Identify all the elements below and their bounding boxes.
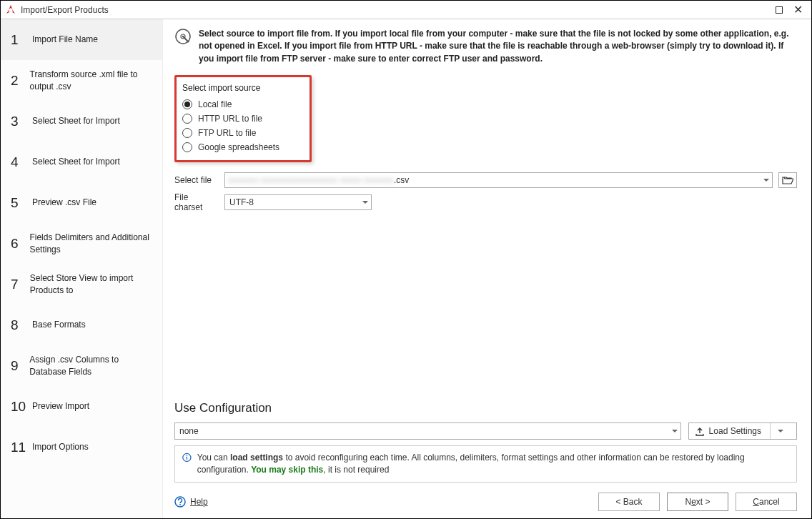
configuration-select[interactable]: none [174,422,681,440]
load-settings-button[interactable]: Load Settings [688,422,797,440]
step-select-sheet-2[interactable]: 4 Select Sheet for Import [1,142,162,182]
help-icon [174,496,186,508]
info-row: Select source to import file from. If yo… [174,28,797,65]
window-title: Import/Export Products [21,5,770,15]
cancel-button[interactable]: Cancel [736,493,797,511]
file-charset-label: File charset [174,192,219,212]
info-icon [182,452,192,463]
file-charset-row: File charset UTF-8 [174,192,797,212]
radio-ftp-url[interactable]: FTP URL to file [182,126,279,140]
svg-point-4 [187,455,188,457]
select-file-row: Select file xxxxxxx xxxxxxxxxxxxxxxxxx x… [174,172,797,188]
radio-icon [182,142,192,152]
browse-file-button[interactable] [778,172,797,188]
hint-box: You can load settings to avoid reconfigu… [174,445,797,483]
step-transform-source[interactable]: 2 Transform source .xml file to output .… [1,60,162,101]
step-fields-delimiters[interactable]: 6 Fields Delimiters and Additional Setti… [1,223,162,264]
main-panel: Select source to import file from. If yo… [163,19,811,518]
dialog-window: Import/Export Products ✕ 1 Import File N… [0,0,812,519]
radio-google-spreadsheets[interactable]: Google spreadsheets [182,140,279,154]
svg-rect-5 [187,457,187,460]
hint-text: You can load settings to avoid reconfigu… [197,452,789,476]
body: 1 Import File Name 2 Transform source .x… [1,19,811,518]
radio-icon [182,128,192,138]
step-select-sheet-1[interactable]: 3 Select Sheet for Import [1,101,162,142]
app-icon [5,4,16,16]
titlebar: Import/Export Products ✕ [1,1,811,19]
close-button[interactable]: ✕ [788,2,807,18]
next-button[interactable]: Next > [667,493,728,511]
radio-label: HTTP URL to file [198,114,262,124]
file-charset-select[interactable]: UTF-8 [224,194,372,210]
configuration-row: none Load Settings [174,422,797,440]
radio-icon [182,99,192,109]
chevron-down-icon[interactable] [778,430,783,432]
radio-label: Google spreadsheets [198,142,279,152]
radio-local-file[interactable]: Local file [182,97,279,112]
info-text: Select source to import file from. If yo… [199,28,797,65]
upload-icon [695,426,705,436]
step-import-file-name[interactable]: 1 Import File Name [1,19,162,60]
radio-label: FTP URL to file [198,128,256,138]
import-source-group: Select import source Local file HTTP URL… [174,75,312,162]
maximize-button[interactable] [770,2,788,18]
step-assign-columns[interactable]: 9 Assign .csv Columns to Database Fields [1,345,162,386]
svg-point-7 [179,504,181,505]
folder-open-icon [782,175,793,185]
step-select-store-view[interactable]: 7 Select Store View to import Products t… [1,264,162,305]
use-configuration-title: Use Configuration [174,401,797,415]
step-import-options[interactable]: 11 Import Options [1,427,162,468]
wizard-steps-sidebar: 1 Import File Name 2 Transform source .x… [1,19,163,518]
footer: Help < Back Next > Cancel [174,483,797,511]
step-base-formats[interactable]: 8 Base Formats [1,305,162,345]
step-preview-csv[interactable]: 5 Preview .csv File [1,182,162,223]
hard-disk-icon [174,28,192,45]
radio-icon [182,114,192,124]
chevron-down-icon[interactable] [763,179,769,182]
radio-http-url[interactable]: HTTP URL to file [182,112,279,126]
help-link[interactable]: Help [174,496,208,508]
step-preview-import[interactable]: 10 Preview Import [1,386,162,427]
select-file-label: Select file [174,175,219,185]
chevron-down-icon [672,430,678,432]
select-file-input[interactable]: xxxxxxx xxxxxxxxxxxxxxxxxx xxxxx xxxxxxx… [224,172,773,188]
back-button[interactable]: < Back [598,493,660,511]
import-source-label: Select import source [182,83,279,93]
chevron-down-icon [362,201,368,204]
radio-label: Local file [198,99,232,109]
